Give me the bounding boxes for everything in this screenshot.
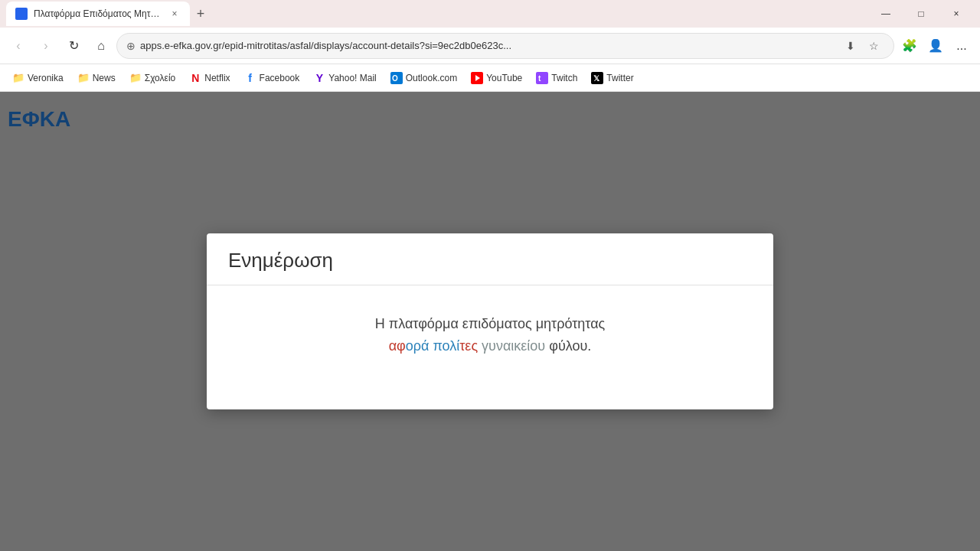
- address-actions: ⬇ ☆: [840, 35, 884, 57]
- title-bar: Πλατφόρμα Επιδόματος Μητρ... × + — □ ×: [0, 0, 980, 28]
- tab-title: Πλατφόρμα Επιδόματος Μητρ...: [34, 8, 162, 19]
- bookmark-label: Facebook: [260, 73, 300, 83]
- bookmark-outlook[interactable]: O Outlook.com: [384, 69, 463, 87]
- twitter-icon: 𝕏: [591, 72, 603, 84]
- browser-actions: 🧩 👤 ...: [897, 34, 974, 58]
- minimize-button[interactable]: —: [868, 0, 903, 28]
- text-highlight-blue: ορά πολί: [406, 338, 460, 354]
- bookmark-label: YouTube: [486, 73, 522, 83]
- extensions-button[interactable]: 🧩: [897, 34, 922, 58]
- bookmark-label: Outlook.com: [406, 73, 457, 83]
- address-bar[interactable]: ⊕ apps.e-efka.gov.gr/epid-mitrotitas/asf…: [116, 33, 894, 59]
- back-button[interactable]: ‹: [6, 34, 31, 58]
- bookmark-netflix[interactable]: N Netflix: [183, 69, 236, 87]
- url-text: apps.e-efka.gov.gr/epid-mitrotitas/asfal…: [140, 40, 835, 51]
- modal-overlay: Ενημέρωση Η πλατφόρμα επιδόματος μητρότη…: [0, 92, 980, 551]
- profile-button[interactable]: 👤: [923, 34, 948, 58]
- modal-text: Η πλατφόρμα επιδόματος μητρότητας αφορά …: [228, 313, 752, 357]
- more-button[interactable]: ...: [949, 34, 974, 58]
- bookmark-label: Yahoo! Mail: [328, 73, 376, 83]
- twitch-icon: t: [536, 72, 548, 84]
- modal-title: Ενημέρωση: [228, 249, 752, 272]
- tab-close-button[interactable]: ×: [168, 8, 181, 20]
- bookmark-label: Σχολείο: [145, 73, 176, 83]
- text-highlight-red1: αφ: [389, 338, 406, 354]
- home-button[interactable]: ⌂: [89, 34, 113, 58]
- tab-favicon: [15, 8, 28, 20]
- facebook-icon: f: [244, 72, 256, 84]
- outlook-icon: O: [390, 72, 403, 84]
- modal-header: Ενημέρωση: [207, 233, 773, 285]
- bookmark-twitter[interactable]: 𝕏 Twitter: [585, 69, 639, 87]
- bookmark-youtube[interactable]: YouTube: [465, 69, 528, 87]
- bookmark-news[interactable]: 📁 News: [71, 69, 122, 86]
- bookmark-label: Twitch: [551, 73, 577, 83]
- browser-tab[interactable]: Πλατφόρμα Επιδόματος Μητρ... ×: [6, 2, 190, 26]
- yahoo-icon: Y: [313, 72, 325, 84]
- bookmark-yahoo[interactable]: Y Yahoo! Mail: [307, 69, 382, 87]
- netflix-icon: N: [189, 72, 201, 84]
- favorite-button[interactable]: ☆: [863, 35, 884, 57]
- tracking-icon: ⊕: [126, 40, 136, 52]
- bookmark-twitch[interactable]: t Twitch: [530, 69, 583, 87]
- forward-button[interactable]: ›: [34, 34, 58, 58]
- youtube-icon: [471, 72, 483, 84]
- refresh-button[interactable]: ↻: [61, 34, 86, 58]
- window-controls: — □ ×: [868, 0, 974, 28]
- folder-icon: 📁: [129, 72, 142, 83]
- folder-icon: 📁: [12, 72, 24, 83]
- modal-text-line2: αφορά πολίτες γυναικείου φύλου.: [389, 338, 592, 354]
- page-content: ΕΦΚΑ ΣΚΑΙ Ενημέρωση Η πλατφόρμα επιδόματ…: [0, 92, 980, 551]
- maximize-button[interactable]: □: [903, 0, 939, 28]
- modal-body: Η πλατφόρμα επιδόματος μητρότητας αφορά …: [207, 285, 773, 385]
- bookmark-label: Veronika: [28, 73, 64, 83]
- bookmark-label: News: [93, 73, 116, 83]
- modal-dialog: Ενημέρωση Η πλατφόρμα επιδόματος μητρότη…: [207, 233, 773, 409]
- modal-text-line1: Η πλατφόρμα επιδόματος μητρότητας: [375, 316, 605, 331]
- close-button[interactable]: ×: [939, 0, 974, 28]
- bookmark-sxoleio[interactable]: 📁 Σχολείο: [123, 69, 182, 86]
- text-highlight-gray: γυναικείου: [482, 338, 545, 354]
- folder-icon: 📁: [77, 72, 90, 83]
- bookmark-veronika[interactable]: 📁 Veronika: [6, 69, 70, 86]
- bookmark-label: Twitter: [606, 73, 633, 83]
- svg-text:O: O: [392, 74, 398, 83]
- new-tab-button[interactable]: +: [190, 3, 211, 24]
- navigation-bar: ‹ › ↻ ⌂ ⊕ apps.e-efka.gov.gr/epid-mitrot…: [0, 28, 980, 64]
- text-highlight-red2: τες: [459, 338, 478, 354]
- bookmarks-bar: 📁 Veronika 📁 News 📁 Σχολείο N Netflix f …: [0, 64, 980, 92]
- bookmark-facebook[interactable]: f Facebook: [238, 69, 306, 87]
- bookmark-label: Netflix: [204, 73, 230, 83]
- svg-text:𝕏: 𝕏: [593, 74, 600, 83]
- download-button[interactable]: ⬇: [840, 35, 861, 57]
